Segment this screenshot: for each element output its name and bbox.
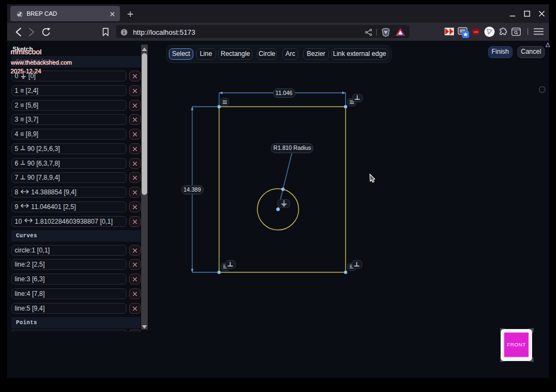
svg-text:FRONT: FRONT (507, 342, 526, 347)
